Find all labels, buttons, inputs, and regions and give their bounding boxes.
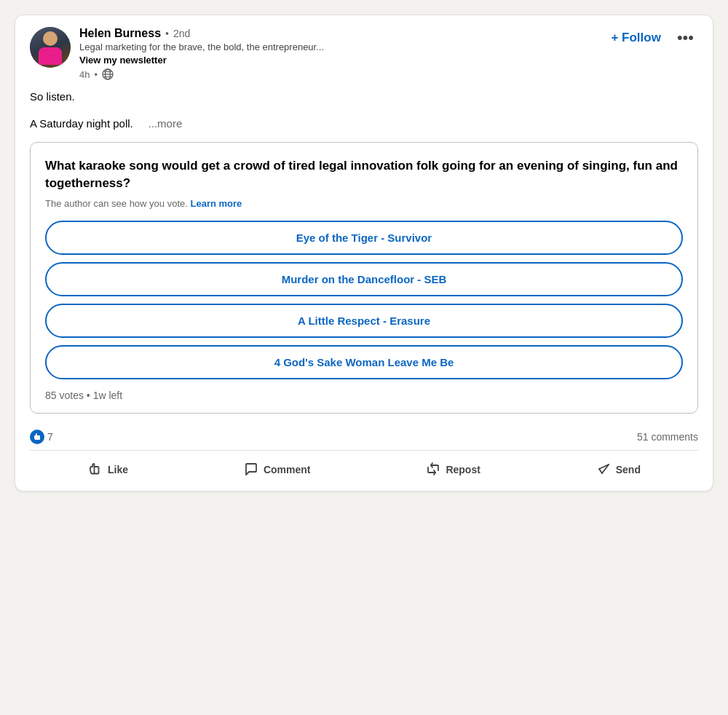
post-meta: 4h • <box>79 68 324 80</box>
newsletter-link[interactable]: View my newsletter <box>79 55 324 66</box>
more-link[interactable]: ...more <box>149 117 183 130</box>
repost-icon <box>425 461 441 479</box>
post-text-content: A Saturday night poll. <box>30 117 133 130</box>
post-time: 4h <box>79 69 90 80</box>
post-header-left: Helen Burness • 2nd Legal marketing for … <box>30 27 324 80</box>
more-options-button[interactable]: ••• <box>673 27 698 49</box>
poll-footer: 85 votes • 1w left <box>45 390 683 401</box>
send-label: Send <box>616 464 641 475</box>
user-name-row: Helen Burness • 2nd <box>79 27 324 40</box>
post-actions: Like Comment Repost <box>30 451 698 491</box>
poll-option-4[interactable]: 4 God's Sake Woman Leave Me Be <box>45 345 683 379</box>
post-text-line1: So listen. <box>30 89 698 106</box>
send-icon <box>596 461 612 479</box>
repost-action-button[interactable]: Repost <box>414 454 491 486</box>
poll-notice-text: The author can see how you vote. <box>45 198 188 209</box>
comments-count[interactable]: 51 comments <box>637 431 698 443</box>
header-actions: + Follow ••• <box>605 27 698 49</box>
comment-label: Comment <box>264 464 311 475</box>
poll-votes: 85 votes <box>45 390 84 401</box>
poll-container: What karaoke song would get a crowd of t… <box>30 142 698 414</box>
comment-icon <box>243 461 259 479</box>
dot-separator: • <box>94 69 98 80</box>
post-text-line2: A Saturday night poll. ...more <box>30 116 698 133</box>
user-name[interactable]: Helen Burness <box>79 27 161 40</box>
reactions-row: 7 51 comments <box>30 424 698 451</box>
poll-time-left: 1w left <box>93 390 122 401</box>
post-card: Helen Burness • 2nd Legal marketing for … <box>15 15 713 491</box>
like-icon <box>87 461 103 479</box>
user-info: Helen Burness • 2nd Legal marketing for … <box>79 27 324 80</box>
ellipsis-icon: ••• <box>677 28 694 47</box>
poll-separator: • <box>87 390 93 401</box>
connection-degree: • <box>165 28 169 39</box>
reactions-left: 7 <box>30 430 53 444</box>
reaction-count: 7 <box>47 431 53 443</box>
globe-icon <box>102 68 114 80</box>
poll-option-3[interactable]: A Little Respect - Erasure <box>45 304 683 338</box>
post-header: Helen Burness • 2nd Legal marketing for … <box>30 27 698 80</box>
repost-label: Repost <box>446 464 480 475</box>
svg-line-7 <box>599 469 602 473</box>
poll-option-2[interactable]: Murder on the Dancefloor - SEB <box>45 262 683 296</box>
like-label: Like <box>108 464 128 475</box>
degree-badge: 2nd <box>173 28 190 39</box>
like-action-button[interactable]: Like <box>76 454 140 486</box>
like-reaction-icon <box>30 430 44 444</box>
avatar[interactable] <box>30 27 71 68</box>
poll-question: What karaoke song would get a crowd of t… <box>45 157 683 192</box>
poll-option-1[interactable]: Eye of the Tiger - Survivor <box>45 221 683 255</box>
user-tagline: Legal marketing for the brave, the bold,… <box>79 42 324 52</box>
poll-learn-more-link[interactable]: Learn more <box>190 198 242 209</box>
follow-button[interactable]: + Follow <box>605 28 666 48</box>
comment-action-button[interactable]: Comment <box>232 454 323 486</box>
send-action-button[interactable]: Send <box>584 454 652 486</box>
poll-notice: The author can see how you vote. Learn m… <box>45 198 683 209</box>
post-text: So listen. A Saturday night poll. ...mor… <box>30 89 698 132</box>
